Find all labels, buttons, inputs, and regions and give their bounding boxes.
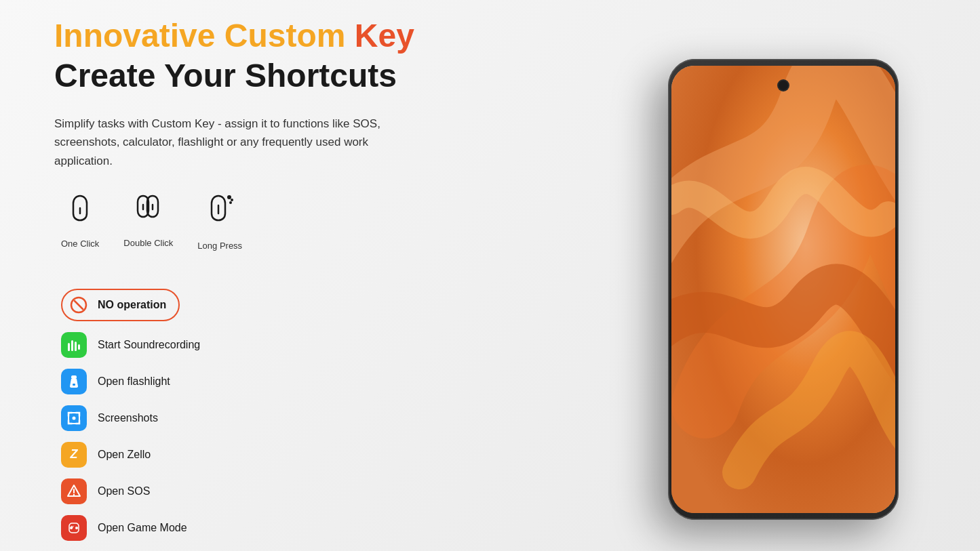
phone-screen-art xyxy=(671,66,895,513)
option-flashlight[interactable]: Open flashlight xyxy=(61,369,546,394)
double-click-label: Double Click xyxy=(123,238,173,248)
svg-rect-12 xyxy=(78,344,80,350)
svg-rect-9 xyxy=(68,343,70,351)
title-custom: Custom xyxy=(224,18,346,54)
game-mode-icon xyxy=(61,515,87,541)
svg-rect-13 xyxy=(71,375,77,379)
left-content-panel: Innovative Custom Key Create Your Shortc… xyxy=(0,0,587,551)
svg-rect-10 xyxy=(71,340,73,351)
option-soundrecording[interactable]: Start Soundrecording xyxy=(61,332,546,358)
sos-icon xyxy=(61,478,87,504)
sos-label: Open SOS xyxy=(98,485,150,497)
no-operation-icon xyxy=(68,294,90,316)
option-zello[interactable]: Z Open Zello xyxy=(61,442,546,468)
svg-point-6 xyxy=(229,201,232,204)
zello-icon: Z xyxy=(61,442,87,468)
phone-body xyxy=(668,59,899,520)
one-click-icon xyxy=(66,195,94,233)
svg-line-8 xyxy=(75,301,83,309)
long-press-icon xyxy=(205,195,235,235)
click-type-one: One Click xyxy=(61,195,99,249)
phone-camera-hole xyxy=(779,81,788,90)
options-list: NO operation Start Soundrecording xyxy=(54,289,546,541)
option-screenshots[interactable]: Screenshots xyxy=(61,405,546,431)
svg-point-16 xyxy=(73,416,76,420)
title-key: Key xyxy=(355,18,414,54)
option-sos[interactable]: Open SOS xyxy=(61,478,546,504)
svg-rect-14 xyxy=(73,384,75,386)
phone-screen xyxy=(671,66,895,513)
page-title-line1: Innovative Custom Key xyxy=(54,17,546,54)
option-no-operation[interactable]: NO operation xyxy=(61,289,546,321)
page-description: Simplify tasks with Custom Key - assign … xyxy=(54,115,407,170)
soundrecording-label: Start Soundrecording xyxy=(98,339,200,351)
svg-point-18 xyxy=(73,494,75,495)
phone-device xyxy=(668,59,899,520)
no-operation-label: NO operation xyxy=(98,299,166,311)
click-type-double: Double Click xyxy=(123,195,173,248)
option-game-mode[interactable]: Open Game Mode xyxy=(61,515,546,541)
screenshots-label: Screenshots xyxy=(98,412,158,424)
svg-rect-11 xyxy=(75,342,77,351)
svg-point-5 xyxy=(231,199,233,201)
game-mode-label: Open Game Mode xyxy=(98,522,187,534)
zello-label: Open Zello xyxy=(98,449,151,461)
one-click-label: One Click xyxy=(61,239,99,249)
click-types-container: One Click Double Click xyxy=(54,195,546,251)
flashlight-label: Open flashlight xyxy=(98,375,170,388)
right-panel xyxy=(587,0,980,551)
svg-point-20 xyxy=(75,527,78,529)
title-innovative: Innovative xyxy=(54,18,215,54)
long-press-label: Long Press xyxy=(197,241,242,251)
click-type-long: Long Press xyxy=(197,195,242,251)
option-selected-wrapper[interactable]: NO operation xyxy=(61,289,180,321)
svg-point-4 xyxy=(227,195,231,199)
soundrecording-icon xyxy=(61,332,87,358)
flashlight-icon xyxy=(61,369,87,394)
screenshot-icon xyxy=(61,405,87,431)
page-title-line2: Create Your Shortcuts xyxy=(54,57,546,94)
double-click-icon xyxy=(134,195,163,232)
